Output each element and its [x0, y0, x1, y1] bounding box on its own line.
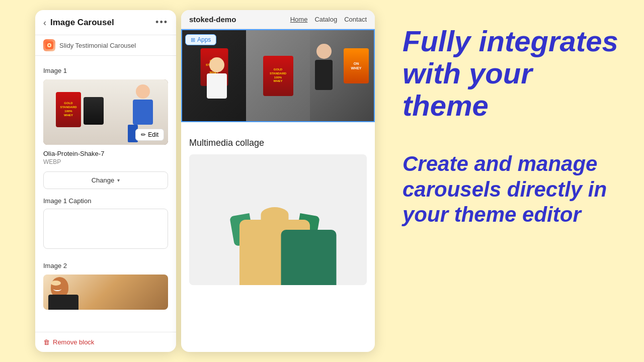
subheadline-text: Create and manage carousels directly in … [403, 151, 619, 227]
pencil-icon: ✏ [141, 131, 146, 138]
browser-panel: stoked-demo Home Catalog Contact ⊞ Apps … [181, 10, 375, 352]
trash-icon: 🗑 [43, 338, 50, 346]
browser-content: ⊞ Apps GOLDSTANDARD100%WHEY [181, 29, 375, 352]
carousel-slide-3: ONWHEY [310, 30, 374, 121]
image-edit-button[interactable]: ✏ Edit [135, 129, 164, 141]
back-button[interactable]: ‹ [43, 18, 46, 27]
editor-header-left: ‹ Image Carousel [43, 18, 114, 28]
image-filename: Olia-Protein-Shake-7 [43, 150, 168, 157]
chevron-down-icon: ▾ [117, 177, 120, 183]
more-options-button[interactable]: ••• [155, 17, 168, 28]
headline-text: Fully integrates with your theme [403, 25, 619, 121]
caption-input[interactable] [43, 209, 168, 249]
remove-block-button[interactable]: 🗑 Remove block [43, 338, 94, 346]
browser-nav: stoked-demo Home Catalog Contact [181, 10, 375, 29]
caption-label: Image 1 Caption [43, 197, 168, 205]
marketing-overlay: Fully integrates with your theme Create … [377, 10, 644, 243]
image1-preview: GOLDSTANDARD100%WHEY ✏ Edit [43, 79, 168, 145]
editor-title: Image Carousel [50, 18, 114, 28]
nav-catalog[interactable]: Catalog [314, 16, 337, 23]
nav-links: Home Catalog Contact [290, 16, 367, 23]
app-badge: Slidy Testimonial Carousel [35, 35, 176, 56]
editor-footer: 🗑 Remove block [35, 332, 176, 352]
app-name: Slidy Testimonial Carousel [59, 42, 136, 49]
multimedia-title: Multimedia collage [189, 138, 367, 148]
image2-label: Image 2 [43, 262, 168, 269]
editor-panel: ‹ Image Carousel ••• Slidy Testimonial C… [35, 10, 176, 352]
store-name: stoked-demo [189, 15, 236, 24]
grid-icon: ⊞ [191, 37, 195, 43]
change-image-button[interactable]: Change ▾ [43, 171, 168, 189]
carousel-slide-2: GOLDSTANDARD100%WHEY [246, 30, 310, 121]
editor-header: ‹ Image Carousel ••• [35, 10, 176, 35]
app-icon [43, 39, 55, 51]
image2-preview [43, 275, 168, 310]
nav-home[interactable]: Home [290, 16, 308, 23]
image1-label: Image 1 [43, 67, 168, 74]
apps-badge[interactable]: ⊞ Apps [185, 34, 216, 45]
svg-point-2 [48, 44, 50, 46]
editor-content: Image 1 GOLDSTANDARD100%WHEY [35, 56, 176, 332]
multimedia-section: Multimedia collage [181, 130, 375, 293]
collage-area [189, 154, 367, 285]
nav-contact[interactable]: Contact [344, 16, 367, 23]
image-format: WEBP [43, 158, 168, 165]
